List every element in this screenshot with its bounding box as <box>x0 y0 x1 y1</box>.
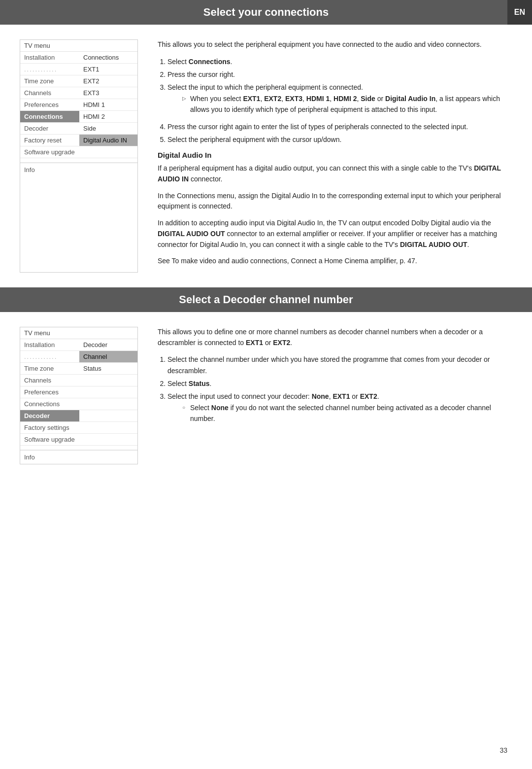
menu1-row-1: Installation Connections <box>20 52 137 64</box>
section1-step3-sub1: When you select EXT1, EXT2, EXT3, HDMI 1… <box>182 93 507 115</box>
menu1-row-9: Software upgrade <box>20 146 137 158</box>
section2-step2: Select Status. <box>167 378 507 389</box>
menu1-row2-left: ............ <box>20 64 79 75</box>
menu2-row7-right <box>79 410 137 421</box>
menu2-row-4: Channels <box>20 375 137 386</box>
menu1-row10-right <box>79 158 137 162</box>
section2-step3-sub: Select None if you do not want the selec… <box>182 402 507 424</box>
section2-content: TV menu Installation Decoder ...........… <box>0 312 532 474</box>
menu1-row6-right: HDMI 2 <box>79 111 137 122</box>
menu1-row6-left: Connections <box>20 111 79 122</box>
section2-title: Select a Decoder channel number <box>179 293 353 306</box>
menu1-row-5: Preferences HDMI 1 <box>20 99 137 111</box>
section1-content: TV menu Installation Connections .......… <box>0 25 532 282</box>
section1-step4: Press the cursor right again to enter th… <box>167 121 507 132</box>
page-number: 33 <box>499 746 507 754</box>
menu1-row-2: ............ EXT1 <box>20 64 137 75</box>
section2-right: This allows you to define one or more ch… <box>153 327 512 464</box>
menu2-row-2: ............ Channel <box>20 351 137 363</box>
section1-step2: Press the cursor right. <box>167 69 507 80</box>
digital-audio-p3: In addition to accepting audio input via… <box>158 218 507 250</box>
menu2-row-3: Time zone Status <box>20 363 137 375</box>
menu2-row3-left: Time zone <box>20 363 79 374</box>
menu1-row-3: Time zone EXT2 <box>20 75 137 87</box>
page: Select your connections EN TV menu Insta… <box>0 0 532 769</box>
section1-menu: TV menu Installation Connections .......… <box>20 39 138 273</box>
menu1-row-7: Decoder Side <box>20 123 137 135</box>
menu2-row4-right <box>79 375 137 386</box>
menu1-row1-right: Connections <box>79 52 137 63</box>
section2-step1: Select the channel number under which yo… <box>167 354 507 376</box>
menu2-row5-right <box>79 386 137 398</box>
menu1-row7-left: Decoder <box>20 123 79 134</box>
menu2-row3-right: Status <box>79 363 137 374</box>
menu1-row9-left: Software upgrade <box>20 146 79 158</box>
menu1-row-10 <box>20 158 137 163</box>
menu2-row5-left: Preferences <box>20 386 79 398</box>
menu2-row9-left: Software upgrade <box>20 434 79 445</box>
section1-step3: Select the input to which the peripheral… <box>167 82 507 115</box>
menu2-row6-left: Connections <box>20 398 79 410</box>
menu2-row1-left: Installation <box>20 339 79 350</box>
section1-step1: Select Connections. <box>167 56 507 67</box>
digital-audio-p1: If a peripheral equipment has a digital … <box>158 163 507 184</box>
section1-step5: Select the peripheral equipment with the… <box>167 134 507 145</box>
menu1-row3-right: EXT2 <box>79 75 137 87</box>
menu1-row3-left: Time zone <box>20 75 79 87</box>
menu2-row-6: Connections <box>20 398 137 410</box>
section2-header: Select a Decoder channel number <box>0 287 532 312</box>
section1-steps: Select Connections. Press the cursor rig… <box>167 56 507 145</box>
section1-header: Select your connections EN <box>0 0 532 25</box>
menu2-row-5: Preferences <box>20 386 137 398</box>
digital-audio-p4: See To make video and audio connections,… <box>158 256 507 267</box>
menu2-row1-right: Decoder <box>79 339 137 350</box>
section2-step3: Select the input used to connect your de… <box>167 391 507 424</box>
menu1-info: Info <box>20 163 137 176</box>
menu1-row9-right <box>79 146 137 158</box>
menu1-row2-right: EXT1 <box>79 64 137 75</box>
menu2-row10-left <box>20 446 79 450</box>
menu2-row4-left: Channels <box>20 375 79 386</box>
menu1-row8-left: Factory reset <box>20 135 79 146</box>
menu2-title: TV menu <box>20 327 137 339</box>
menu2-row-7: Decoder <box>20 410 137 422</box>
en-badge: EN <box>507 0 532 25</box>
menu1-row-4: Channels EXT3 <box>20 87 137 99</box>
section2-steps: Select the channel number under which yo… <box>167 354 507 424</box>
section2-menu: TV menu Installation Decoder ...........… <box>20 327 138 464</box>
menu2-row9-right <box>79 434 137 445</box>
menu2-row8-right <box>79 422 137 433</box>
menu2-row-9: Software upgrade <box>20 434 137 446</box>
menu1-row8-right: Digital Audio IN <box>79 135 137 146</box>
section1-right: This allows you to select the peripheral… <box>153 39 512 273</box>
menu2-row-8: Factory settings <box>20 422 137 434</box>
menu1-row7-right: Side <box>79 123 137 134</box>
section1-step3-sub: When you select EXT1, EXT2, EXT3, HDMI 1… <box>182 93 507 115</box>
menu1-row1-left: Installation <box>20 52 79 63</box>
menu1-row4-left: Channels <box>20 87 79 99</box>
menu2-row8-left: Factory settings <box>20 422 79 433</box>
menu2-info: Info <box>20 450 137 464</box>
section2-intro: This allows you to define one or more ch… <box>158 327 507 348</box>
menu2-row2-left: ............ <box>20 351 79 362</box>
menu2-row2-right: Channel <box>79 351 137 362</box>
menu2-row10-right <box>79 446 137 450</box>
menu1-row5-left: Preferences <box>20 99 79 110</box>
digital-audio-title: Digital Audio In <box>158 151 507 159</box>
menu2-row-1: Installation Decoder <box>20 339 137 351</box>
digital-audio-p2: In the Connections menu, assign the Digi… <box>158 191 507 212</box>
menu2-row-10 <box>20 446 137 450</box>
menu1-row-8: Factory reset Digital Audio IN <box>20 135 137 146</box>
section1-title: Select your connections <box>203 6 329 18</box>
section1-intro: This allows you to select the peripheral… <box>158 39 507 50</box>
menu1-title: TV menu <box>20 40 137 52</box>
menu2-row7-left: Decoder <box>20 410 79 421</box>
section2-step3-sub1: Select None if you do not want the selec… <box>182 402 507 424</box>
menu1-row10-left <box>20 158 79 162</box>
menu1-row-6: Connections HDMI 2 <box>20 111 137 123</box>
menu1-row5-right: HDMI 1 <box>79 99 137 110</box>
menu2-row6-right <box>79 398 137 410</box>
menu1-row4-right: EXT3 <box>79 87 137 99</box>
